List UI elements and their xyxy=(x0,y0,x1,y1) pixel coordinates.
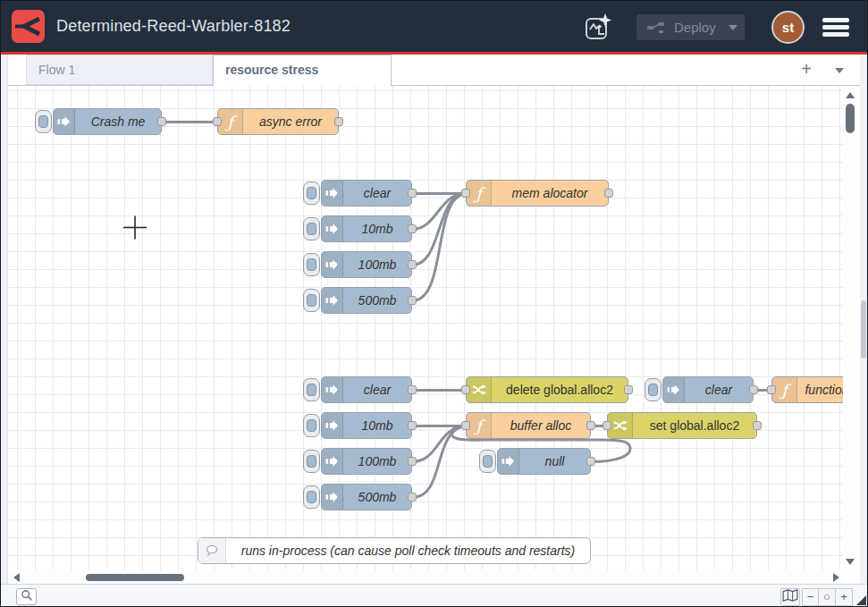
node-500mb-alloc[interactable]: 500mb xyxy=(321,484,412,510)
flow-list-caret-icon[interactable] xyxy=(835,68,844,73)
node-comment[interactable]: runs in-process (can cause poll check ti… xyxy=(198,537,591,564)
inject-arrow-icon xyxy=(325,491,339,503)
node-10mb-mem[interactable]: 10mb xyxy=(321,215,412,242)
window-scrollbar[interactable] xyxy=(860,55,867,606)
node-function[interactable]: ƒfunction xyxy=(771,376,843,403)
port-out[interactable] xyxy=(157,117,166,126)
node-crash-me[interactable]: Crash me xyxy=(53,108,162,135)
user-avatar[interactable]: st xyxy=(771,11,805,44)
port-out[interactable] xyxy=(586,421,595,430)
node-label: runs in-process (can cause poll check ti… xyxy=(226,538,590,563)
inject-icon-strip xyxy=(322,449,343,474)
port-out[interactable] xyxy=(586,457,595,466)
port-out[interactable] xyxy=(604,189,613,198)
inject-trigger-button[interactable] xyxy=(303,378,320,401)
node-async-error[interactable]: ƒasync error xyxy=(217,108,339,135)
flowfuse-logo-icon[interactable] xyxy=(12,10,45,43)
wire-100mb-to-buffer-alloc[interactable] xyxy=(412,426,466,462)
scroll-right-arrow-icon[interactable] xyxy=(833,573,839,582)
node-clear-alloc[interactable]: clear xyxy=(321,376,412,403)
port-in[interactable] xyxy=(461,421,470,430)
inject-icon-strip xyxy=(322,181,343,206)
scroll-left-arrow-icon[interactable] xyxy=(13,573,20,582)
port-in[interactable] xyxy=(767,385,776,394)
port-out[interactable] xyxy=(624,385,633,394)
wire-10mb-to-mem-alocator[interactable] xyxy=(412,194,466,230)
inject-trigger-button[interactable] xyxy=(303,450,320,473)
node-label: clear xyxy=(343,377,411,402)
vertical-scroll-thumb[interactable] xyxy=(846,104,855,133)
node-mem-alocator[interactable]: ƒmem alocator xyxy=(466,180,609,207)
node-clear-fn[interactable]: clear xyxy=(662,376,754,403)
node-100mb-alloc[interactable]: 100mb xyxy=(321,448,412,475)
inject-trigger-button[interactable] xyxy=(303,181,320,205)
inject-trigger-button[interactable] xyxy=(303,217,320,240)
zoom-reset-button[interactable]: ○ xyxy=(819,588,836,606)
tab-resource-stress[interactable]: resource stress xyxy=(213,55,392,86)
instance-title: Determined-Reed-Warbler-8182 xyxy=(56,1,291,52)
deploy-button[interactable]: Deploy xyxy=(636,14,745,40)
port-out[interactable] xyxy=(408,385,417,394)
port-out[interactable] xyxy=(408,493,417,502)
inject-arrow-icon xyxy=(667,384,680,396)
window-scroll-thumb[interactable] xyxy=(861,300,866,358)
tab-flow-1[interactable]: Flow 1 xyxy=(26,55,213,85)
node-10mb-alloc[interactable]: 10mb xyxy=(321,412,412,439)
port-in[interactable] xyxy=(213,117,222,126)
logo-glyph xyxy=(12,10,45,43)
resize-grip[interactable] xyxy=(856,595,866,605)
canvas-vertical-scrollbar[interactable] xyxy=(843,86,857,570)
port-out[interactable] xyxy=(408,421,417,430)
port-out[interactable] xyxy=(408,296,417,305)
inject-trigger-button[interactable] xyxy=(303,289,320,312)
port-out[interactable] xyxy=(749,385,758,394)
inject-trigger-button[interactable] xyxy=(645,378,662,401)
node-null-inject[interactable]: null xyxy=(497,448,591,475)
port-out[interactable] xyxy=(753,421,762,430)
navigator-toggle-button[interactable] xyxy=(780,588,800,606)
node-delete-global-alloc2[interactable]: delete global.alloc2 xyxy=(466,376,628,403)
node-clear-mem[interactable]: clear xyxy=(321,180,412,207)
inject-arrow-icon xyxy=(501,455,515,468)
node-set-global-alloc2[interactable]: set global.alloc2 xyxy=(607,412,757,439)
node-label: 500mb xyxy=(343,288,411,313)
inject-trigger-button[interactable] xyxy=(303,485,320,509)
main-menu-button[interactable] xyxy=(822,18,849,37)
port-out[interactable] xyxy=(408,189,417,198)
inject-trigger-inner xyxy=(307,223,316,235)
inject-trigger-button[interactable] xyxy=(35,110,52,133)
ai-assistant-icon[interactable] xyxy=(583,12,613,42)
node-label: async error xyxy=(243,109,338,134)
node-buffer-alloc[interactable]: ƒbuffer alloc xyxy=(466,412,591,439)
scroll-down-arrow-icon[interactable] xyxy=(846,559,855,565)
inject-trigger-button[interactable] xyxy=(303,414,320,437)
inject-icon-strip xyxy=(663,377,685,402)
deploy-icon xyxy=(647,21,665,34)
port-out[interactable] xyxy=(408,457,417,466)
wires-layer xyxy=(8,86,843,570)
inject-trigger-button[interactable] xyxy=(303,253,320,276)
add-flow-button[interactable]: + xyxy=(796,55,817,85)
scroll-up-arrow-icon[interactable] xyxy=(846,92,855,98)
port-out[interactable] xyxy=(408,224,417,233)
port-in[interactable] xyxy=(603,421,611,430)
change-icon-strip xyxy=(608,413,633,438)
port-out[interactable] xyxy=(408,260,417,269)
node-100mb-mem[interactable]: 100mb xyxy=(321,251,412,278)
zoom-out-button[interactable]: − xyxy=(802,588,819,606)
horizontal-scroll-thumb[interactable] xyxy=(86,574,184,581)
hamburger-bar xyxy=(822,32,849,37)
deploy-caret-icon[interactable] xyxy=(729,25,737,30)
zoom-in-button[interactable]: + xyxy=(836,588,853,606)
port-in[interactable] xyxy=(461,189,470,198)
canvas-horizontal-scrollbar[interactable] xyxy=(8,570,843,584)
function-icon: ƒ xyxy=(227,113,233,131)
node-500mb-mem[interactable]: 500mb xyxy=(321,287,412,314)
footer-toolbar: − ○ + xyxy=(1,584,867,607)
inject-trigger-button[interactable] xyxy=(479,450,496,473)
port-in[interactable] xyxy=(461,385,470,394)
node-label: buffer alloc xyxy=(492,413,590,438)
flow-canvas[interactable]: Crash meƒasync errorclear10mb100mb500mbƒ… xyxy=(8,86,843,570)
search-button[interactable] xyxy=(16,588,37,605)
port-out[interactable] xyxy=(334,117,343,126)
